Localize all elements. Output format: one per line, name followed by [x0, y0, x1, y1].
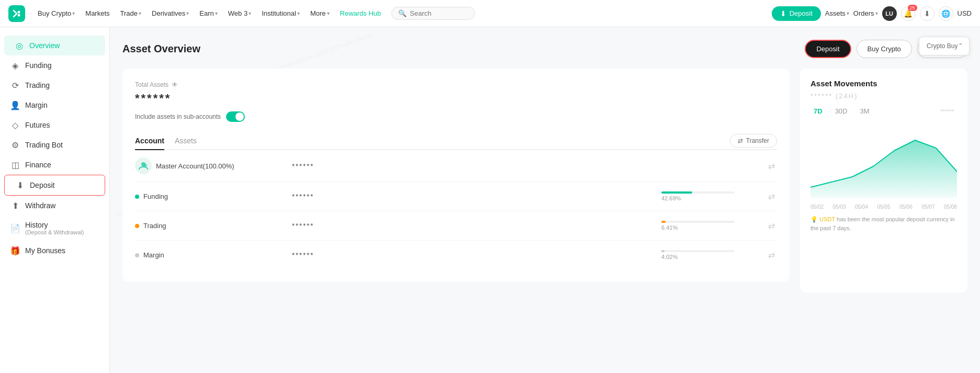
deposit-icon: ⬇ — [15, 180, 25, 190]
time-tab-3m[interactable]: 3M — [857, 106, 872, 116]
margin-icon: 👤 — [10, 100, 20, 110]
page-title: Asset Overview — [122, 43, 200, 55]
currency-selector[interactable]: USD — [958, 9, 972, 17]
transfer-row-icon[interactable]: ⇄ — [766, 219, 777, 233]
progress-bar-bg — [661, 250, 735, 252]
content-row: Total Assets 👁 ****** Include assets in … — [122, 69, 967, 292]
nav-web3[interactable]: Web 3 ▾ — [224, 7, 255, 19]
nav-trade[interactable]: Trade ▾ — [116, 7, 145, 19]
table-row: Funding ****** 42.69% ⇄ — [135, 182, 777, 211]
sub-accounts-toggle[interactable] — [226, 111, 245, 122]
search-input[interactable] — [410, 9, 462, 17]
sidebar-item-funding[interactable]: ◈ Funding — [0, 55, 109, 75]
funding-icon: ◈ — [10, 61, 20, 70]
transfer-row-icon[interactable]: ⇄ — [766, 189, 777, 204]
master-account-icon — [135, 157, 152, 174]
tab-assets[interactable]: Assets — [175, 132, 197, 150]
account-table: Master Account(100.00%) ****** ⇄ Funding — [135, 150, 777, 269]
sidebar: ◎ Overview ◈ Funding ⟳ Trading 👤 Margin … — [0, 27, 110, 373]
total-assets-label: Total Assets 👁 — [135, 81, 777, 88]
chart-label: 05/04 — [855, 204, 868, 210]
sidebar-item-margin[interactable]: 👤 Margin — [0, 95, 109, 115]
logo[interactable] — [8, 5, 25, 22]
finance-icon: ◫ — [10, 160, 20, 169]
progress-bar-fill — [661, 191, 692, 194]
sidebar-item-futures[interactable]: ◇ Futures — [0, 115, 109, 135]
eye-icon[interactable]: 👁 — [172, 81, 178, 88]
sidebar-item-deposit[interactable]: ⬇ Deposit — [4, 175, 105, 196]
sidebar-item-trading[interactable]: ⟳ Trading — [0, 75, 109, 95]
account-name-funding: Funding — [135, 193, 292, 200]
nav-earn[interactable]: Earn ▾ — [195, 7, 221, 19]
crypto-notice: Crypto Buy " — [919, 37, 970, 55]
funding-dot — [135, 195, 139, 199]
chevron-down-icon: ▾ — [249, 10, 251, 16]
svg-point-4 — [144, 164, 147, 167]
nav-rewards-hub[interactable]: Rewards Hub — [336, 7, 386, 19]
movements-title: Asset Movements — [810, 79, 957, 88]
progress-pct-funding: 42.69% — [661, 195, 766, 201]
chart-labels: 05/02 05/03 05/04 05/05 05/06 05/07 05/0… — [810, 204, 957, 210]
chevron-down-icon: ▾ — [847, 10, 849, 16]
nav-buy-crypto[interactable]: Buy Crypto ▾ — [33, 7, 79, 19]
movements-card: Asset Movements ****** (24H) 7D 30D 3M *… — [800, 69, 967, 292]
transfer-button[interactable]: ⇄ Transfer — [730, 134, 777, 148]
chevron-down-icon: ▾ — [139, 10, 141, 16]
sidebar-item-withdraw[interactable]: ⬆ Withdraw — [0, 196, 109, 216]
progress-bar-fill — [661, 221, 666, 223]
transfer-row-icon[interactable]: ⇄ — [766, 248, 777, 262]
chevron-down-icon: ▾ — [297, 10, 300, 16]
notification-badge: 25 — [908, 5, 917, 11]
chart-label: 05/03 — [832, 204, 846, 210]
time-tab-7d[interactable]: 7D — [810, 106, 826, 116]
buy-crypto-button[interactable]: Buy Crypto — [857, 40, 912, 58]
account-name-trading: Trading — [135, 222, 292, 230]
account-value-trading: ****** — [292, 222, 661, 230]
account-name-margin: Margin — [135, 251, 292, 259]
sidebar-item-history[interactable]: 📄 History (Deposit & Withdrawal) — [0, 216, 109, 241]
chart-label: 05/07 — [921, 204, 934, 210]
sidebar-item-trading-bot[interactable]: ⚙ Trading Bot — [0, 135, 109, 155]
chevron-down-icon: ▾ — [327, 10, 330, 16]
account-value-master: ****** — [292, 162, 661, 170]
nav-deposit-button[interactable]: ⬇ Deposit — [772, 6, 821, 21]
nav-more[interactable]: More ▾ — [306, 7, 334, 19]
download-button[interactable]: ⬇ — [920, 6, 934, 21]
sub-accounts-row: Include assets in sub-accounts — [135, 111, 777, 122]
progress-pct-margin: 4.02% — [661, 254, 766, 260]
tab-account[interactable]: Account — [135, 132, 164, 150]
nav-orders[interactable]: Orders ▾ — [853, 9, 878, 17]
user-avatar[interactable]: LU — [882, 6, 897, 21]
deposit-button[interactable]: Deposit — [805, 40, 851, 58]
nav-derivatives[interactable]: Derivatives ▾ — [148, 7, 193, 19]
sidebar-item-overview[interactable]: ◎ Overview — [4, 36, 105, 55]
trading-dot — [135, 224, 139, 228]
overview-icon: ◎ — [15, 41, 24, 50]
movements-amount: ****** (24H) — [810, 92, 957, 100]
language-button[interactable]: 🌐 — [939, 6, 953, 21]
sidebar-item-my-bonuses[interactable]: 🎁 My Bonuses — [0, 241, 109, 261]
right-panel: Asset Movements ****** (24H) 7D 30D 3M *… — [800, 69, 967, 292]
main-content: To-Be-Blame-2024-05/To-Be-Blame-2024-05/… — [110, 27, 980, 373]
search-box[interactable]: 🔍 — [391, 7, 475, 20]
nav-assets[interactable]: Assets ▾ — [825, 9, 849, 17]
table-row: Trading ****** 6.41% ⇄ — [135, 211, 777, 241]
sidebar-item-finance[interactable]: ◫ Finance — [0, 155, 109, 175]
chevron-down-icon: ▾ — [186, 10, 189, 16]
history-sub-label: (Deposit & Withdrawal) — [25, 229, 84, 235]
time-tab-30d[interactable]: 30D — [832, 106, 851, 116]
transfer-row-icon[interactable]: ⇄ — [766, 159, 777, 173]
trading-bot-icon: ⚙ — [10, 140, 20, 150]
chevron-down-icon: ▾ — [72, 10, 75, 16]
nav-institutional[interactable]: Institutional ▾ — [257, 7, 304, 19]
time-tabs: 7D 30D 3M ****** — [810, 106, 957, 116]
futures-icon: ◇ — [10, 120, 20, 130]
svg-point-2 — [18, 14, 20, 16]
trading-icon: ⟳ — [10, 81, 20, 90]
progress-pct-trading: 6.41% — [661, 224, 766, 231]
bonuses-icon: 🎁 — [10, 246, 20, 255]
crypto-notice-text: Crypto Buy " — [927, 42, 962, 50]
nav-markets[interactable]: Markets — [81, 7, 114, 19]
chevron-down-icon: ▾ — [875, 10, 878, 16]
notifications-button[interactable]: 🔔 25 — [901, 6, 916, 21]
